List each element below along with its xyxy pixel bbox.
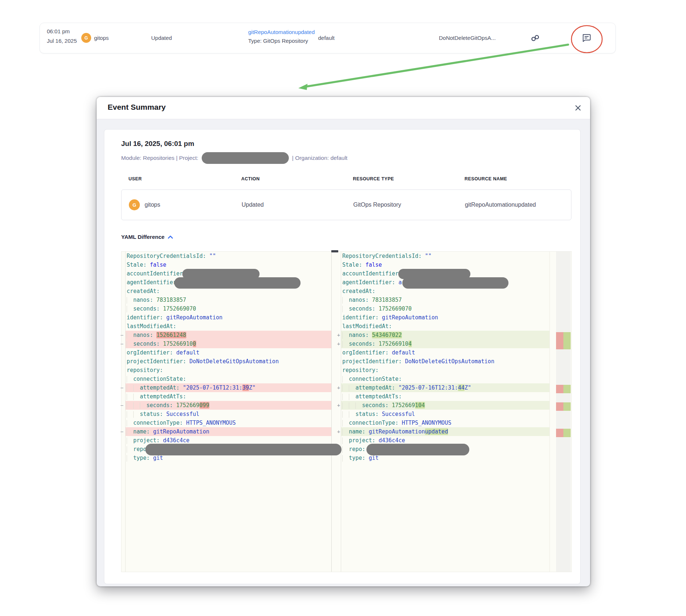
right-agent-identifier — [402, 277, 508, 289]
minimap-change-mark — [556, 332, 571, 349]
indent-guides — [127, 385, 140, 391]
diff-line: seconds: 1752669104 — [341, 401, 549, 410]
diff-line: attemptedAt: "2025-07-16T12:31:39Z" — [126, 383, 332, 392]
user-avatar: G — [81, 33, 91, 43]
minimap-change-mark — [556, 429, 571, 437]
diff-line: name: gitRepoAutomationupdated — [341, 427, 549, 436]
action-label: Updated — [151, 35, 172, 41]
diff-line: lastModifiedAt: — [341, 322, 549, 331]
row-resource-name: gitRepoAutomationupdated — [458, 202, 571, 208]
row-user: gitops — [145, 202, 160, 208]
audit-table-row: G gitops Updated GitOps Repository gitRe… — [121, 189, 571, 220]
indent-guides — [127, 402, 146, 409]
diff-line: seconds: 1752669099 — [126, 401, 332, 410]
indent-guides — [342, 306, 349, 312]
right-repo-url — [366, 444, 469, 455]
col-action: ACTION — [234, 176, 346, 181]
diff-line: repository: — [126, 366, 332, 375]
modal-title: Event Summary — [108, 103, 166, 112]
indent-guides — [127, 394, 140, 400]
diff-gutter-marker: + — [336, 331, 341, 339]
diff-gutter-marker: + — [336, 383, 341, 392]
indent-guides — [127, 411, 140, 418]
row-resource-type: GitOps Repository — [346, 202, 458, 208]
row-user-cell: G gitops — [122, 199, 234, 210]
yaml-difference-toggle[interactable]: YAML Difference — [121, 234, 173, 240]
indent-guides — [342, 429, 349, 435]
diff-line: RepositoryCredentialsId: "" — [126, 252, 332, 260]
diff-line: nanos: 783183857 — [341, 296, 549, 304]
event-meta: Module: Repositories | Project: | Organi… — [121, 152, 347, 164]
row-action: Updated — [234, 202, 346, 208]
diff-gutter-marker: + — [336, 427, 341, 436]
audit-log-row[interactable]: 06:01 pm Jul 16, 2025 G gitops Updated g… — [40, 23, 616, 53]
left-agent-identifier — [174, 277, 301, 289]
diff-line: Stale: false — [341, 260, 549, 269]
yaml-difference-label: YAML Difference — [121, 234, 164, 240]
meta-suffix: | Organization: default — [292, 155, 347, 161]
indent-guides — [127, 341, 133, 348]
diff-line: nanos: 783183857 — [126, 296, 332, 304]
indent-guides — [127, 306, 133, 312]
minimap-change-mark — [556, 385, 571, 393]
indent-guides — [342, 385, 355, 391]
diff-line: projectIdentifier: DoNotDeleteGitOpsAuto… — [126, 357, 332, 366]
diff-line: name: gitRepoAutomation — [126, 427, 332, 436]
event-date: Jul 16, 2025 — [47, 38, 77, 44]
event-summary-modal: Event Summary Jul 16, 2025, 06:01 pm Mod… — [97, 97, 590, 586]
diff-pane-after[interactable]: RepositoryCredentialsId: ""Stale: falsea… — [341, 252, 550, 572]
project-label: DoNotDeleteGitOpsA... — [439, 35, 496, 41]
organization-label: default — [318, 35, 335, 41]
resource-type-label: Type: GitOps Repository — [248, 38, 315, 44]
diff-gutter-left: −−−−− — [119, 252, 124, 572]
diff-line: attemptedAtTs: — [126, 392, 332, 401]
user-name: gitops — [94, 35, 109, 41]
redacted-project-name — [202, 152, 289, 164]
resource-block: gitRepoAutomationupdated Type: GitOps Re… — [248, 29, 315, 44]
event-summary-note-icon[interactable] — [581, 32, 592, 43]
diff-gutter-marker: − — [119, 401, 124, 410]
diff-line: orgIdentifier: default — [341, 348, 549, 357]
left-repo-url — [145, 444, 342, 455]
diff-line: identifier: gitRepoAutomation — [341, 313, 549, 322]
col-user: USER — [121, 176, 234, 181]
diff-line: seconds: 1752669104 — [341, 339, 549, 348]
diff-line: status: Successful — [126, 410, 332, 418]
indent-guides — [127, 429, 133, 435]
indent-guides — [342, 297, 349, 304]
diff-gutter-marker: − — [119, 383, 124, 392]
col-resource-name: RESOURCE NAME — [457, 176, 571, 181]
diff-gutter-marker: − — [119, 339, 124, 348]
diff-line: connectionType: HTTPS_ANONYMOUS — [341, 418, 549, 427]
indent-guides — [342, 437, 349, 444]
diff-line: lastModifiedAt: — [126, 322, 332, 331]
diff-line: seconds: 1752669100 — [126, 339, 332, 348]
resource-link[interactable]: gitRepoAutomationupdated — [248, 29, 315, 35]
diff-pane-before[interactable]: RepositoryCredentialsId: ""Stale: falsea… — [125, 252, 332, 572]
indent-guides — [342, 394, 355, 400]
indent-guides — [342, 332, 349, 339]
diff-line: seconds: 1752669070 — [126, 304, 332, 313]
link-icon[interactable] — [530, 33, 541, 44]
indent-guides — [342, 341, 349, 348]
diff-line: attemptedAtTs: — [341, 392, 549, 401]
diff-line: RepositoryCredentialsId: "" — [341, 252, 549, 260]
diff-line: nanos: 543467022 — [341, 331, 549, 339]
indent-guides — [342, 402, 362, 409]
indent-guides — [127, 420, 133, 427]
diff-gutter-marker: + — [336, 401, 341, 410]
indent-guides — [342, 420, 349, 427]
event-datetime: Jul 16, 2025, 06:01 pm — [121, 140, 194, 148]
annotation-arrowhead — [298, 84, 307, 90]
diff-line: status: Successful — [341, 410, 549, 418]
indent-guides — [342, 455, 349, 462]
diff-line: projectIdentifier: DoNotDeleteGitOpsAuto… — [341, 357, 549, 366]
chevron-up-icon — [168, 234, 173, 240]
diff-change-minimap[interactable] — [556, 252, 571, 572]
diff-line: connectionState: — [126, 375, 332, 383]
indent-guides — [127, 455, 133, 462]
indent-guides — [342, 411, 355, 418]
diff-line: identifier: gitRepoAutomation — [126, 313, 332, 322]
close-icon[interactable] — [572, 102, 584, 114]
diff-gutter-right: +++++ — [336, 252, 341, 572]
